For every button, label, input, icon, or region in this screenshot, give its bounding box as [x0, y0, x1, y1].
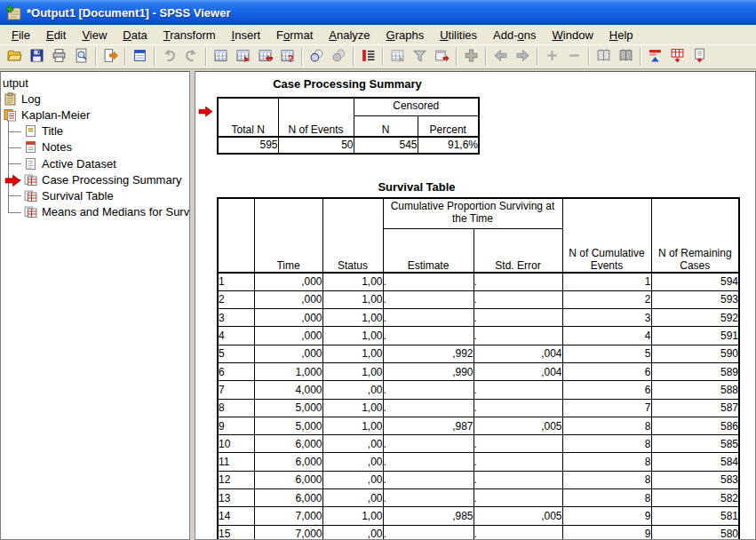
- goto-case-button[interactable]: [232, 46, 254, 68]
- survival-table-cell: 6,000: [254, 435, 322, 453]
- outline-item-title[interactable]: Title: [1, 123, 189, 139]
- spss-output-window-icon[interactable]: [5, 4, 22, 21]
- survival-table-cell: 1,00: [322, 290, 383, 308]
- hide-button[interactable]: [615, 46, 637, 68]
- outline-item-log[interactable]: Log: [1, 91, 189, 107]
- survival-table-cell: ,004: [473, 345, 562, 362]
- insert-heading-icon: [464, 48, 479, 67]
- survival-table-cell: ,985: [383, 507, 473, 525]
- survival-table-cell: .: [473, 309, 562, 327]
- outline-pane[interactable]: utputLogKaplan-MeierTitleNotesActive Dat…: [0, 71, 190, 540]
- menu-transform[interactable]: Transform: [155, 27, 224, 44]
- dataset-icon: [24, 157, 37, 171]
- survival-table-cell: 6: [562, 362, 651, 380]
- cps-header-total-n: Total N: [218, 98, 278, 137]
- expand-button[interactable]: [541, 46, 563, 68]
- table-icon: [24, 205, 37, 218]
- goto-output-button[interactable]: [386, 46, 409, 68]
- outline-item-survival-table[interactable]: Survival Table: [1, 187, 189, 203]
- deselect-items-button[interactable]: [328, 46, 350, 68]
- goto-data-icon: [213, 48, 228, 67]
- menu-analyze[interactable]: Analyze: [321, 27, 378, 44]
- case-processing-summary-title[interactable]: Case Processing Summary: [217, 77, 478, 91]
- outline-item-active-dataset[interactable]: Active Dataset: [1, 155, 189, 171]
- survival-table-cell: .: [383, 290, 473, 308]
- insert-date-icon: [434, 48, 450, 67]
- insert-date-button[interactable]: [431, 46, 453, 68]
- menu-data[interactable]: Data: [115, 27, 155, 44]
- survival-table-cell: 1: [562, 273, 651, 291]
- print-button[interactable]: [48, 46, 70, 68]
- export-button[interactable]: [99, 46, 122, 68]
- collapse-button[interactable]: [563, 46, 585, 68]
- menu-view[interactable]: View: [74, 27, 115, 44]
- open-button[interactable]: [4, 46, 26, 68]
- menu-utilities[interactable]: Utilities: [432, 27, 485, 44]
- survival-table-cell: 593: [651, 290, 739, 308]
- toolbar: ?: [0, 45, 756, 69]
- survival-table-cell: 580: [651, 525, 739, 540]
- survival-table-cell: ,005: [473, 417, 562, 434]
- insert-text-button[interactable]: [688, 46, 711, 68]
- survival-table-row: 116,000,00..8584: [218, 453, 739, 471]
- redo-button[interactable]: [180, 46, 203, 68]
- survival-table-cell: 591: [651, 327, 739, 345]
- collapse-all-button[interactable]: [644, 46, 666, 68]
- survival-table-title[interactable]: Survival Table: [217, 180, 617, 194]
- survival-table[interactable]: Time Status Cumulative Proportion Surviv…: [217, 197, 740, 540]
- outline-item-kaplan-meier[interactable]: Kaplan-Meier: [1, 107, 189, 123]
- show-button[interactable]: [593, 46, 615, 68]
- toolbar-separator: [485, 48, 487, 66]
- menu-help[interactable]: Help: [601, 27, 641, 44]
- survival-table-cell: 15: [218, 525, 254, 540]
- survival-table-cell: 6: [562, 381, 651, 399]
- goto-data-button[interactable]: [210, 46, 232, 68]
- outline-item-case-processing-summary[interactable]: Case Processing Summary: [1, 171, 189, 187]
- outline-item-notes[interactable]: Notes: [1, 139, 189, 155]
- menu-window[interactable]: Window: [545, 27, 601, 44]
- demote-button[interactable]: [512, 46, 534, 68]
- insert-table-button[interactable]: [666, 46, 688, 68]
- collapse-icon: [567, 48, 582, 67]
- variables-button[interactable]: [254, 46, 276, 68]
- case-processing-summary-table[interactable]: Total N N of Events Censored N Percent 5…: [217, 97, 480, 155]
- survival-table-body: 1,0001,00..15942,0001,00..25933,0001,00.…: [218, 273, 739, 540]
- print-preview-button[interactable]: [70, 46, 92, 68]
- run-script-button[interactable]: [357, 46, 379, 68]
- menu-addons[interactable]: Add-ons: [485, 27, 544, 44]
- collapse-all-icon: [648, 48, 663, 67]
- save-button[interactable]: [26, 46, 48, 68]
- menu-format[interactable]: Format: [268, 27, 321, 44]
- survival-header-n-cumulative-events: N of Cumulative Events: [562, 198, 651, 273]
- menu-graphs[interactable]: Graphs: [378, 27, 433, 44]
- menu-file[interactable]: File: [4, 27, 38, 44]
- undo-button[interactable]: [158, 46, 180, 68]
- outline-item-label: Notes: [42, 140, 72, 154]
- insert-heading-button[interactable]: [460, 46, 482, 68]
- output-pane[interactable]: Case Processing Summary Total N N of Eve…: [195, 71, 756, 540]
- survival-table-cell: 581: [651, 507, 739, 525]
- outline-item-means-and-medians-for-surv[interactable]: Means and Medians for Surv: [1, 204, 189, 220]
- survival-table-cell: .: [473, 525, 562, 540]
- survival-header-cumulative-proportion: Cumulative Proportion Surviving at the T…: [383, 198, 562, 228]
- variables-icon: [258, 48, 273, 67]
- title-bar: *Output1 [Document1] - SPSS Viewer: [0, 0, 756, 25]
- select-items-button[interactable]: [306, 46, 328, 68]
- dialog-recall-button[interactable]: [129, 46, 151, 68]
- survival-table-cell: 7: [562, 399, 651, 417]
- survival-table-row: 136,000,00..8582: [218, 489, 739, 507]
- use-sets-button[interactable]: ?: [276, 46, 298, 68]
- table-icon: [24, 189, 37, 202]
- menu-bar: FileEditViewDataTransformInsertFormatAna…: [0, 25, 756, 45]
- use-sets-icon: ?: [280, 48, 295, 67]
- outline-item-utput[interactable]: utput: [1, 75, 189, 91]
- survival-table-row: 147,0001,00,985,0059581: [218, 507, 739, 525]
- menu-edit[interactable]: Edit: [38, 27, 74, 44]
- menu-insert[interactable]: Insert: [224, 27, 269, 44]
- redo-icon: [184, 48, 199, 67]
- survival-table-cell: .: [473, 489, 562, 507]
- survival-table-cell: 586: [651, 417, 739, 434]
- promote-button[interactable]: [489, 46, 512, 68]
- filter-button[interactable]: [409, 46, 431, 68]
- survival-table-cell: ,00: [322, 435, 383, 453]
